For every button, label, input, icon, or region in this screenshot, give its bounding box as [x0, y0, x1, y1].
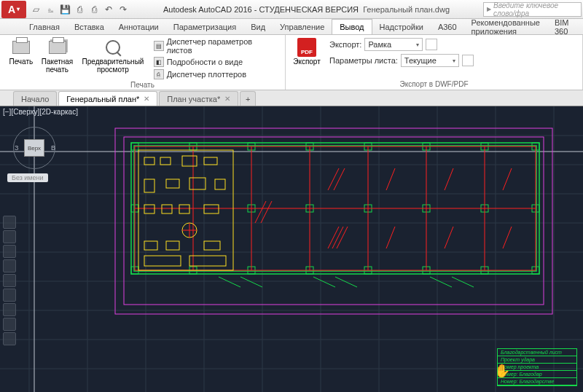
tab-parametric[interactable]: Параметризация: [166, 19, 243, 34]
sheet-icon: ▤: [154, 41, 164, 51]
tab-view[interactable]: Вид: [243, 19, 273, 34]
svg-rect-81: [144, 205, 154, 213]
svg-line-66: [386, 168, 395, 190]
steering-wheel-icon[interactable]: [3, 216, 16, 229]
svg-rect-80: [215, 179, 225, 189]
batch-print-button[interactable]: Пакетная печать: [41, 36, 74, 74]
export-button[interactable]: PDF Экспорт: [290, 36, 324, 66]
pan-icon[interactable]: [3, 230, 16, 243]
svg-line-62: [334, 168, 345, 190]
view-cube[interactable]: Верх З В: [13, 127, 55, 169]
svg-line-60: [261, 201, 272, 223]
export-mode-row: Экспорт: Рамка: [329, 38, 474, 51]
save-icon[interactable]: 💾: [58, 3, 71, 16]
app-menu-button[interactable]: A: [1, 1, 26, 18]
viewport-controls[interactable]: [−][Сверху][2D-каркас]: [3, 108, 78, 116]
nav-tool-8[interactable]: [3, 318, 16, 331]
view-cube-face[interactable]: Верх: [24, 139, 44, 157]
tab-output[interactable]: Вывод: [332, 19, 372, 34]
svg-line-59: [255, 201, 266, 223]
export-mode-combo[interactable]: Рамка: [364, 38, 423, 51]
tab-featured[interactable]: Рекомендованные приложения: [464, 19, 547, 34]
group-label-print: Печать: [4, 80, 281, 89]
printer-icon: [12, 41, 30, 54]
tab-perf[interactable]: Perf: [576, 19, 583, 34]
svg-rect-91: [144, 256, 181, 266]
showmotion-icon[interactable]: [3, 274, 16, 287]
print-options-list: ▤Диспетчер параметров листов ◧Подробност…: [152, 36, 281, 80]
tab-annotate[interactable]: Аннотации: [111, 19, 166, 34]
plotter-icon: ⎙: [154, 69, 164, 79]
undo-icon[interactable]: ↶: [102, 3, 115, 16]
window-title: Autodesk AutoCAD 2016 - СТУДЕНЧЕСКАЯ ВЕР…: [130, 5, 483, 14]
svg-rect-89: [166, 241, 179, 250]
svg-rect-92: [189, 256, 226, 266]
open-icon[interactable]: ⎁: [44, 3, 57, 16]
titleblock-row: Номер: Благодарстве: [498, 378, 576, 385]
tab-addins[interactable]: Надстройки: [372, 19, 431, 34]
saveas-icon[interactable]: ⎙: [73, 3, 86, 16]
close-icon[interactable]: ✕: [144, 95, 149, 103]
nav-tool-6[interactable]: [3, 289, 16, 302]
title-bar: A ▱ ⎁ 💾 ⎙ ⎙ ↶ ↷ Autodesk AutoCAD 2016 - …: [0, 0, 583, 19]
details-icon: ◧: [154, 57, 164, 67]
sheet-params-combo[interactable]: Текущие: [401, 54, 459, 67]
printer-stack-icon: [49, 41, 66, 54]
plotter-manager[interactable]: ⎙Диспетчер плоттеров: [152, 68, 281, 80]
compass-west[interactable]: З: [15, 144, 18, 152]
doc-tab-start[interactable]: Начало: [13, 91, 57, 106]
orbit-icon[interactable]: [3, 259, 16, 273]
pdf-icon: PDF: [297, 38, 316, 57]
doc-tab-siteplan[interactable]: План участка*✕: [159, 91, 238, 106]
tab-a360[interactable]: A360: [431, 19, 464, 34]
sheet-label: Параметры листа:: [329, 56, 398, 65]
tab-manage[interactable]: Управление: [273, 19, 332, 34]
svg-rect-76: [204, 157, 217, 165]
sheet-settings-icon[interactable]: [462, 55, 474, 66]
redo-icon[interactable]: ↷: [117, 3, 130, 16]
tab-home[interactable]: Главная: [22, 19, 67, 34]
view-cube-ucs-label[interactable]: Без имени: [7, 173, 48, 182]
titleblock-row: Благодарственный лист: [498, 349, 576, 356]
doc-tab-add[interactable]: +: [240, 91, 256, 106]
close-icon[interactable]: ✕: [224, 95, 230, 103]
svg-line-70: [445, 227, 453, 248]
help-search-input[interactable]: Введите ключевое слово/фра: [483, 2, 582, 17]
document-tabs: Начало Генеральный план*✕ План участка*✕…: [0, 90, 583, 106]
ribbon-group-print: Печать Пакетная печать Предварительный п…: [0, 35, 286, 90]
compass-east[interactable]: В: [51, 144, 55, 152]
tab-insert[interactable]: Вставка: [67, 19, 111, 34]
quick-access-toolbar: ▱ ⎁ 💾 ⎙ ⎙ ↶ ↷: [29, 3, 130, 16]
svg-rect-79: [189, 178, 206, 189]
print-icon[interactable]: ⎙: [87, 3, 101, 16]
page-setup-manager[interactable]: ▤Диспетчер параметров листов: [152, 36, 281, 55]
ribbon-group-export: PDF Экспорт Экспорт: Рамка Параметры лис…: [286, 35, 583, 90]
svg-rect-22: [124, 137, 544, 305]
drawing-canvas[interactable]: [−][Сверху][2D-каркас] Верх З В Без имен…: [0, 106, 583, 392]
svg-rect-78: [166, 179, 179, 188]
export-label: Экспорт:: [329, 40, 361, 49]
floor-plan-drawing: [109, 121, 576, 325]
group-label-export: Экспорт в DWF/PDF: [290, 79, 578, 88]
svg-rect-74: [160, 157, 171, 165]
svg-rect-83: [179, 205, 189, 213]
tab-bim360[interactable]: BIM 360: [547, 19, 576, 34]
view-details[interactable]: ◧Подробности о виде: [152, 56, 281, 68]
export-window-icon[interactable]: [426, 39, 437, 50]
svg-line-67: [445, 168, 453, 190]
svg-rect-75: [182, 156, 197, 166]
nav-tool-7[interactable]: [3, 303, 16, 316]
svg-rect-82: [162, 205, 172, 213]
zoom-icon[interactable]: [3, 245, 16, 258]
preview-button[interactable]: Предварительный просмотр: [77, 36, 149, 74]
svg-rect-88: [144, 241, 157, 250]
print-button[interactable]: Печать: [4, 36, 38, 66]
new-icon[interactable]: ▱: [29, 3, 42, 16]
svg-rect-77: [144, 179, 154, 192]
svg-line-65: [337, 227, 348, 248]
nav-tool-9[interactable]: [3, 332, 16, 345]
ribbon-tabs: Главная Вставка Аннотации Параметризация…: [0, 19, 583, 35]
doc-tab-genplan[interactable]: Генеральный план*✕: [58, 91, 157, 106]
sheet-params-row: Параметры листа: Текущие: [329, 54, 474, 67]
svg-line-61: [328, 168, 339, 190]
